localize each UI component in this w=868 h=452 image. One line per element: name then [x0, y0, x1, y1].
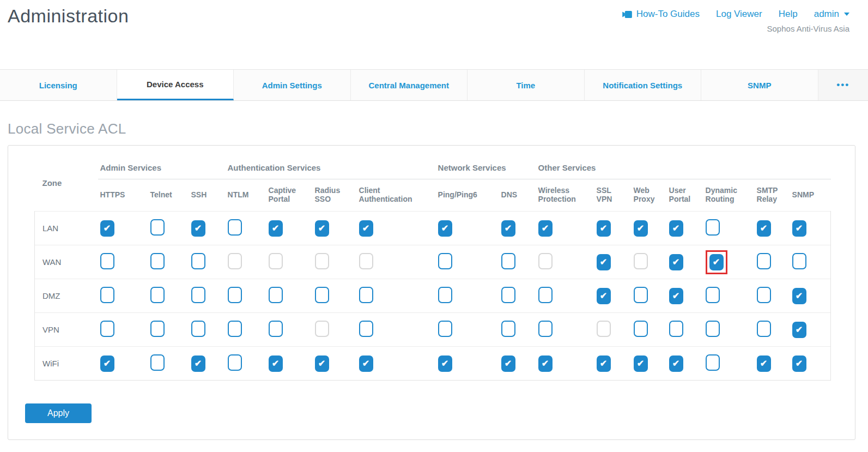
checkbox-vpn-ping-ping6[interactable]: [438, 321, 452, 337]
checkbox-wifi-web-proxy[interactable]: [634, 355, 648, 372]
column-header-client-authentication: Client Authentication: [357, 179, 436, 212]
checkbox-dmz-client-authentication[interactable]: [359, 287, 373, 303]
checkbox-vpn-telnet[interactable]: [150, 321, 165, 337]
checkbox-lan-dns[interactable]: [501, 220, 515, 237]
checkbox-dmz-user-portal[interactable]: [669, 288, 683, 304]
tab-time[interactable]: Time: [468, 70, 585, 100]
checkbox-dmz-dns[interactable]: [501, 287, 515, 303]
checkbox-wan-radius-sso: [315, 253, 329, 269]
checkbox-wifi-smtp-relay[interactable]: [757, 355, 771, 372]
checkbox-lan-web-proxy[interactable]: [634, 220, 648, 237]
checkbox-dmz-https[interactable]: [100, 287, 114, 303]
checkbox-wan-https[interactable]: [100, 253, 114, 269]
checkbox-lan-ssl-vpn[interactable]: [597, 220, 611, 237]
checkbox-lan-telnet[interactable]: [150, 219, 165, 236]
checkbox-lan-radius-sso[interactable]: [315, 220, 329, 237]
checkbox-lan-dynamic-routing[interactable]: [706, 219, 720, 236]
checkbox-dmz-captive-portal[interactable]: [269, 287, 283, 303]
checkbox-dmz-snmp[interactable]: [792, 288, 806, 304]
cell-wan-dns: [499, 245, 536, 279]
cell-lan-ssh: [189, 212, 226, 245]
checkbox-lan-captive-portal[interactable]: [269, 220, 283, 237]
checkbox-dmz-smtp-relay[interactable]: [757, 287, 771, 303]
checkbox-lan-client-authentication[interactable]: [359, 220, 373, 237]
cell-vpn-smtp-relay: [755, 313, 790, 347]
checkbox-wan-client-authentication: [359, 253, 373, 269]
checkbox-dmz-web-proxy[interactable]: [634, 287, 648, 303]
tab-notification-settings[interactable]: Notification Settings: [585, 70, 702, 100]
checkbox-wifi-client-authentication[interactable]: [359, 355, 373, 372]
checkbox-lan-ntlm[interactable]: [228, 219, 242, 236]
checkbox-lan-ssh[interactable]: [191, 220, 205, 237]
checkbox-wifi-dynamic-routing[interactable]: [706, 354, 720, 371]
checkbox-wifi-captive-portal[interactable]: [269, 355, 283, 372]
checkbox-dmz-ssh[interactable]: [191, 287, 205, 303]
checkbox-wifi-wireless-protection[interactable]: [538, 355, 553, 372]
checkbox-wan-user-portal[interactable]: [669, 254, 683, 270]
link-help[interactable]: Help: [779, 9, 798, 20]
cell-vpn-https: [98, 313, 148, 347]
cell-vpn-captive-portal: [266, 313, 313, 347]
checkbox-wan-ping-ping6[interactable]: [438, 253, 452, 269]
checkbox-wan-smtp-relay[interactable]: [757, 253, 771, 269]
checkbox-dmz-telnet[interactable]: [150, 287, 165, 303]
checkbox-dmz-ping-ping6[interactable]: [438, 287, 452, 303]
cell-wan-smtp-relay: [755, 245, 790, 279]
checkbox-vpn-dynamic-routing[interactable]: [706, 321, 720, 337]
checkbox-wan-ssl-vpn[interactable]: [597, 254, 611, 270]
checkbox-lan-ping-ping6[interactable]: [438, 220, 452, 237]
checkbox-wifi-user-portal[interactable]: [669, 355, 683, 372]
tab-bar: LicensingDevice AccessAdmin SettingsCent…: [0, 69, 868, 101]
checkbox-wifi-telnet[interactable]: [150, 354, 165, 371]
checkbox-lan-snmp[interactable]: [792, 220, 806, 237]
more-tabs-button[interactable]: •••: [836, 80, 849, 91]
checkbox-wifi-https[interactable]: [100, 355, 114, 372]
checkbox-vpn-web-proxy[interactable]: [634, 321, 648, 337]
checkbox-vpn-wireless-protection[interactable]: [538, 321, 553, 337]
checkbox-wan-dns[interactable]: [501, 253, 515, 269]
link-log-viewer[interactable]: Log Viewer: [716, 9, 762, 20]
checkbox-dmz-wireless-protection[interactable]: [538, 287, 553, 303]
checkbox-lan-user-portal[interactable]: [669, 220, 683, 237]
checkbox-wifi-dns[interactable]: [501, 355, 515, 372]
checkbox-lan-wireless-protection[interactable]: [538, 220, 553, 237]
cell-lan-smtp-relay: [755, 212, 790, 245]
checkbox-wifi-ntlm[interactable]: [228, 354, 242, 371]
checkbox-dmz-ssl-vpn[interactable]: [597, 288, 611, 304]
checkbox-vpn-ntlm[interactable]: [228, 321, 242, 337]
tab-central-management[interactable]: Central Management: [351, 70, 468, 100]
checkbox-lan-https[interactable]: [100, 220, 114, 237]
zone-label-wan: WAN: [35, 245, 98, 279]
cell-lan-https: [98, 212, 148, 245]
checkbox-wan-dynamic-routing[interactable]: [709, 254, 724, 270]
checkbox-lan-smtp-relay[interactable]: [757, 220, 771, 237]
checkbox-wan-telnet[interactable]: [150, 253, 165, 269]
tab-device-access[interactable]: Device Access: [117, 70, 234, 100]
checkbox-wifi-radius-sso[interactable]: [315, 355, 329, 372]
checkbox-vpn-snmp[interactable]: [792, 322, 806, 338]
checkbox-vpn-captive-portal[interactable]: [269, 321, 283, 337]
checkbox-dmz-dynamic-routing[interactable]: [706, 287, 720, 303]
checkbox-wan-ssh[interactable]: [191, 253, 205, 269]
link-how-to-guides[interactable]: How-To Guides: [622, 9, 700, 20]
checkbox-vpn-https[interactable]: [100, 321, 114, 337]
checkbox-wan-snmp[interactable]: [792, 253, 806, 269]
checkbox-vpn-dns[interactable]: [501, 321, 515, 337]
checkbox-dmz-radius-sso[interactable]: [315, 287, 329, 303]
checkbox-wifi-ssh[interactable]: [191, 355, 205, 372]
tab-licensing[interactable]: Licensing: [0, 70, 117, 100]
checkbox-wifi-snmp[interactable]: [792, 355, 806, 372]
checkbox-wifi-ping-ping6[interactable]: [438, 355, 452, 372]
acl-table-head: ZoneAdmin ServicesAuthentication Service…: [35, 154, 831, 212]
checkbox-vpn-client-authentication[interactable]: [359, 321, 373, 337]
tab-snmp[interactable]: SNMP: [701, 70, 818, 100]
apply-button[interactable]: Apply: [25, 403, 92, 423]
tab-admin-settings[interactable]: Admin Settings: [234, 70, 351, 100]
checkbox-wifi-ssl-vpn[interactable]: [597, 355, 611, 372]
checkbox-dmz-ntlm[interactable]: [228, 287, 242, 303]
checkbox-vpn-ssh[interactable]: [191, 321, 205, 337]
app-header: Administration How-To GuidesLog ViewerHe…: [0, 0, 868, 69]
link-admin[interactable]: admin: [814, 9, 849, 20]
checkbox-vpn-smtp-relay[interactable]: [757, 321, 771, 337]
checkbox-vpn-user-portal[interactable]: [669, 321, 683, 337]
